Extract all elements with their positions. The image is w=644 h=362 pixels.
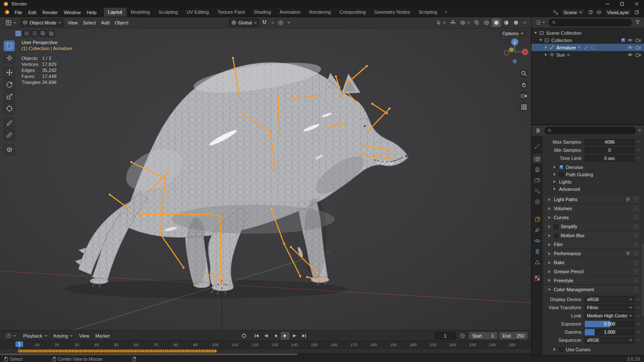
- outliner-search-input[interactable]: [558, 20, 629, 25]
- frame-end-field[interactable]: End 250: [499, 332, 528, 339]
- minimize-button[interactable]: [600, 0, 615, 8]
- drag-grip[interactable]: [635, 215, 638, 220]
- workspace-tab-sculpting[interactable]: Sculpting: [154, 8, 182, 17]
- jump-prev-keyframe-button[interactable]: [262, 332, 270, 340]
- zoom-icon[interactable]: [519, 69, 529, 78]
- dropdown-view-transform[interactable]: Filmic: [585, 305, 635, 311]
- drag-grip[interactable]: [635, 260, 638, 265]
- section-motion-blur[interactable]: Motion Blur: [544, 231, 641, 240]
- tool-transform[interactable]: [3, 103, 15, 114]
- pan-hand-icon[interactable]: [519, 80, 529, 89]
- app-menu-button[interactable]: [3, 9, 12, 15]
- shading-solid-button[interactable]: [492, 18, 501, 27]
- proportional-editing-toggle[interactable]: [276, 18, 285, 27]
- workspace-tab-shading[interactable]: Shading: [249, 8, 275, 17]
- transform-orientation-dropdown[interactable]: Global: [229, 18, 259, 27]
- decorator-dot[interactable]: [638, 307, 639, 308]
- xray-toggle[interactable]: [473, 18, 481, 27]
- drag-grip[interactable]: [635, 197, 638, 202]
- decorator-dot[interactable]: [638, 141, 639, 143]
- gizmo-x-label[interactable]: X: [524, 50, 526, 54]
- workspace-tab-modeling[interactable]: Modeling: [127, 8, 155, 17]
- eye-icon[interactable]: [627, 53, 633, 57]
- preset-menu-icon[interactable]: [626, 197, 631, 202]
- viewport-menu-add[interactable]: Add: [99, 17, 112, 28]
- decorator-dot[interactable]: [638, 339, 639, 341]
- snap-toggle[interactable]: [260, 18, 269, 27]
- section-color-management[interactable]: Color Management: [544, 285, 641, 294]
- workspace-tab-geometry-nodes[interactable]: Geometry Nodes: [370, 8, 414, 17]
- current-frame-badge[interactable]: 1: [15, 341, 23, 347]
- select-mode-invert-icon[interactable]: [39, 30, 46, 37]
- menu-help[interactable]: Help: [84, 8, 100, 17]
- properties-tab-object-data[interactable]: [532, 257, 542, 267]
- timeline-menu-marker[interactable]: Marker: [92, 331, 113, 341]
- filter-icon[interactable]: [634, 18, 641, 27]
- properties-tab-physics[interactable]: [532, 236, 542, 245]
- close-button[interactable]: [629, 0, 644, 8]
- properties-tab-tool[interactable]: [532, 141, 542, 151]
- play-button[interactable]: [281, 332, 289, 340]
- view-layer-selector[interactable]: ViewLayer: [605, 9, 632, 16]
- properties-tab-view-layer[interactable]: [532, 175, 542, 185]
- slider-exposure[interactable]: 0.000: [585, 321, 635, 327]
- timeline-menu-view[interactable]: View: [76, 331, 92, 341]
- motion-blur-checkbox[interactable]: [554, 233, 559, 238]
- frame-start-field[interactable]: Start 1: [469, 332, 497, 339]
- properties-tab-object[interactable]: [532, 214, 542, 224]
- toggle-path-guiding[interactable]: Path Guiding: [544, 171, 641, 178]
- tool-annotate[interactable]: [3, 118, 15, 129]
- path-guiding-checkbox[interactable]: [559, 172, 564, 177]
- selectability-dropdown[interactable]: [435, 18, 447, 27]
- keyframe-band[interactable]: [0, 349, 531, 353]
- new-view-layer-icon[interactable]: [634, 9, 640, 15]
- play-reverse-button[interactable]: [271, 332, 280, 340]
- field-time-limit[interactable]: 0 sec: [585, 155, 635, 162]
- viewport-canvas[interactable]: Options User Perspective (1) Collection …: [0, 28, 531, 330]
- outliner-row-armature[interactable]: Armature: [532, 44, 644, 51]
- properties-search[interactable]: [544, 127, 636, 134]
- slider-gamma[interactable]: 1.000: [585, 329, 635, 335]
- select-mode-intersect-icon[interactable]: [47, 30, 55, 37]
- shading-wireframe-button[interactable]: [482, 18, 491, 27]
- menu-window[interactable]: Window: [61, 8, 84, 17]
- scene-icon[interactable]: [553, 9, 559, 15]
- drag-grip[interactable]: [635, 242, 638, 247]
- toggle-use-curves[interactable]: Use Curves: [544, 346, 641, 353]
- outliner-row-scene-collection[interactable]: Scene Collection: [532, 29, 644, 36]
- properties-tab-constraints[interactable]: [532, 247, 542, 256]
- denoise-checkbox[interactable]: [559, 165, 564, 169]
- shading-material-button[interactable]: [502, 18, 510, 27]
- timeline-scrollbar[interactable]: [0, 353, 531, 356]
- properties-search-input[interactable]: [554, 128, 633, 133]
- section-freestyle[interactable]: Freestyle: [544, 276, 641, 285]
- section-grease-pencil[interactable]: Grease Pencil: [544, 267, 641, 276]
- jump-to-end-button[interactable]: [300, 332, 308, 340]
- drag-grip[interactable]: [635, 278, 638, 283]
- viewport-menu-select[interactable]: Select: [80, 17, 99, 28]
- timeline-menu-playback[interactable]: Playback: [20, 331, 51, 341]
- decorator-dot[interactable]: [638, 323, 639, 325]
- outliner-row-collection[interactable]: Collection: [532, 36, 644, 44]
- timeline-scrollbar-thumb[interactable]: [0, 353, 298, 355]
- collection-checkbox[interactable]: [621, 38, 626, 42]
- section-light-paths[interactable]: Light Paths: [544, 195, 641, 204]
- jump-next-keyframe-button[interactable]: [290, 332, 299, 340]
- add-workspace-button[interactable]: +: [441, 8, 451, 17]
- viewport-menu-object[interactable]: Object: [112, 17, 131, 28]
- section-film[interactable]: Film: [544, 240, 641, 249]
- timeline-editor-type-button[interactable]: [3, 332, 18, 340]
- decorator-dot[interactable]: [638, 331, 639, 333]
- tool-cursor[interactable]: [3, 52, 15, 63]
- viewport-menu-view[interactable]: View: [65, 17, 80, 28]
- eye-icon[interactable]: [627, 45, 633, 49]
- dropdown-look[interactable]: Medium High Contrast: [585, 313, 635, 319]
- camera-view-icon[interactable]: [519, 91, 529, 100]
- workspace-tab-compositing[interactable]: Compositing: [335, 8, 370, 17]
- jump-to-start-button[interactable]: [252, 332, 261, 340]
- unlink-icon[interactable]: [579, 10, 583, 14]
- select-mode-new-icon[interactable]: [15, 30, 22, 37]
- section-bake[interactable]: Bake: [544, 258, 641, 267]
- field-max-samples[interactable]: 4096: [585, 139, 635, 145]
- tool-move[interactable]: [3, 67, 15, 78]
